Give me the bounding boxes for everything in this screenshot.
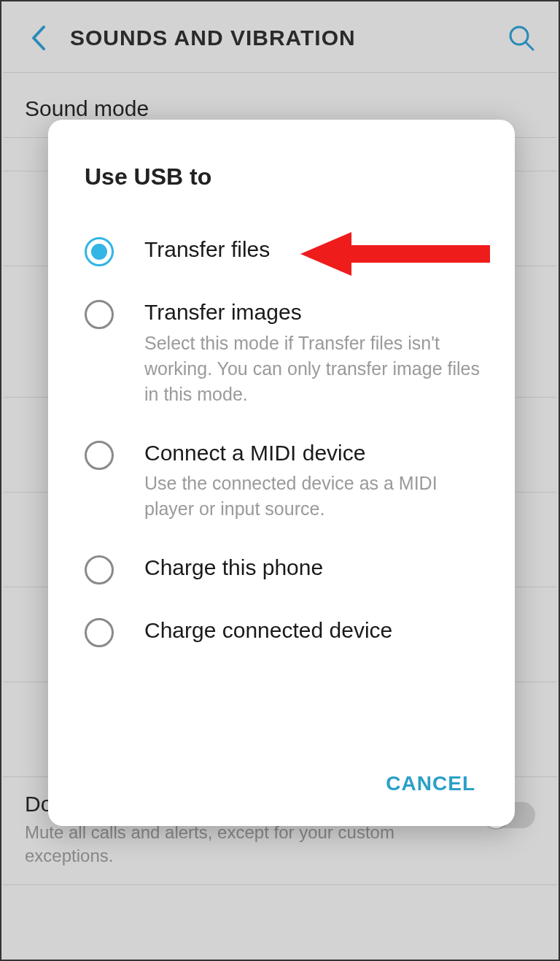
option-description: Use the connected device as a MIDI playe… [144,471,483,522]
setting-label: Sound mode [25,96,535,121]
back-icon[interactable] [23,23,52,53]
radio-icon [85,618,114,647]
svg-line-1 [526,42,533,50]
option-label: Charge this phone [144,554,483,582]
setting-description: Mute all calls and alerts, except for yo… [25,821,483,868]
radio-icon [85,237,114,266]
usb-dialog: Use USB to Transfer files Transfer image… [48,120,515,826]
option-midi[interactable]: Connect a MIDI device Use the connected … [85,423,483,539]
option-label: Transfer files [144,236,483,263]
option-transfer-files[interactable]: Transfer files [85,220,483,282]
app-header: SOUNDS AND VIBRATION [3,3,557,73]
option-label: Transfer images [144,298,483,326]
dialog-actions: CANCEL [85,749,483,804]
radio-icon [85,300,114,329]
option-charge-phone[interactable]: Charge this phone [85,538,483,601]
search-icon[interactable] [506,23,537,53]
radio-icon [85,441,114,470]
option-transfer-images[interactable]: Transfer images Select this mode if Tran… [85,282,483,423]
option-label: Charge connected device [144,617,483,644]
option-charge-device[interactable]: Charge connected device [85,601,483,663]
page-title: SOUNDS AND VIBRATION [70,26,506,50]
option-label: Connect a MIDI device [144,439,483,467]
cancel-button[interactable]: CANCEL [378,763,483,804]
option-description: Select this mode if Transfer files isn't… [144,331,483,407]
dialog-title: Use USB to [85,163,483,190]
radio-icon [85,555,114,584]
